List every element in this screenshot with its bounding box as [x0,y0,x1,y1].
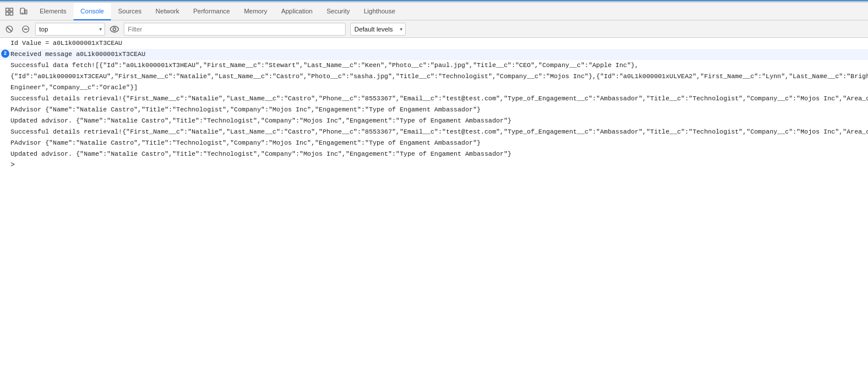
context-select[interactable]: top [35,23,105,36]
tab-sources[interactable]: Sources [111,3,148,20]
console-text: Successful details retrieval!{"First_Nam… [11,127,868,136]
context-select-wrapper: top ▾ [35,23,105,36]
console-text: Engineer","Company__c":"Oracle"}] [11,83,138,92]
console-text: Successful details retrieval!{"First_Nam… [11,94,868,103]
console-line: PAdvisor {"Name":"Natalie Castro","Title… [0,104,868,116]
console-line: PAdvisor {"Name":"Natalie Castro","Title… [0,138,868,149]
tab-lighthouse[interactable]: Lighthouse [357,3,402,20]
console-line: {"Id":"a0L1k000001xT3CEAU","First_Name__… [0,71,868,82]
log-levels-select[interactable]: Default levels [350,23,406,36]
console-prompt[interactable]: > [0,160,868,170]
tab-console[interactable]: Console [74,3,111,20]
console-text: PAdvisor {"Name":"Natalie Castro","Title… [11,105,480,114]
svg-rect-1 [6,12,9,15]
svg-rect-3 [10,12,13,15]
svg-rect-5 [25,10,27,14]
device-toolbar-icon[interactable] [16,5,30,19]
tab-memory[interactable]: Memory [237,3,274,20]
console-line: Successful details retrieval!{"First_Nam… [0,93,868,104]
tab-application[interactable]: Application [274,3,320,20]
prompt-caret: > [11,160,15,170]
clear-console-icon[interactable] [2,22,16,36]
console-text: PAdvisor {"Name":"Natalie Castro","Title… [11,138,480,148]
error-badge: 2 [1,50,9,58]
console-output: Id Value = a0L1k000001xT3CEAU 2 Received… [0,38,868,378]
console-text: Updated advisor. {"Name":"Natalie Castro… [11,149,511,159]
eye-icon[interactable] [107,22,121,36]
tab-bar-icons [2,5,30,19]
inspect-element-icon[interactable] [2,5,16,19]
console-text: Received message a0L1k000001xT3CEAU [11,50,145,59]
tab-security[interactable]: Security [319,3,357,20]
console-text: Successful data fetch![{"Id":"a0L1k00000… [11,61,639,70]
console-line: Engineer","Company__c":"Oracle"}] [0,82,868,93]
svg-rect-0 [6,8,9,11]
filter-input[interactable] [124,23,346,36]
svg-rect-2 [10,8,13,11]
console-line: Updated advisor. {"Name":"Natalie Castro… [0,116,868,127]
svg-line-8 [8,27,12,31]
devtools-panel: Elements Console Sources Network Perform… [0,0,868,378]
stop-recording-icon[interactable] [19,22,33,36]
tab-performance[interactable]: Performance [186,3,237,20]
console-line: Id Value = a0L1k000001xT3CEAU [0,38,868,49]
console-line: Successful details retrieval!{"First_Nam… [0,127,868,138]
console-text: {"Id":"a0L1k000001xT3CEAU","First_Name__… [11,72,868,81]
console-toolbar: top ▾ Default levels ▾ [0,20,868,38]
console-line: Successful data fetch![{"Id":"a0L1k00000… [0,60,868,71]
console-text: Updated advisor. {"Name":"Natalie Castro… [11,116,511,125]
console-line: Updated advisor. {"Name":"Natalie Castro… [0,149,868,160]
log-levels-select-wrapper: Default levels ▾ [350,23,406,36]
svg-point-11 [110,26,118,32]
svg-point-12 [113,27,116,30]
console-line: 2 Received message a0L1k000001xT3CEAU [0,49,868,60]
console-text: Id Value = a0L1k000001xT3CEAU [11,38,122,48]
tab-network[interactable]: Network [149,3,186,20]
tab-elements[interactable]: Elements [33,3,74,20]
tab-bar: Elements Console Sources Network Perform… [0,3,868,20]
